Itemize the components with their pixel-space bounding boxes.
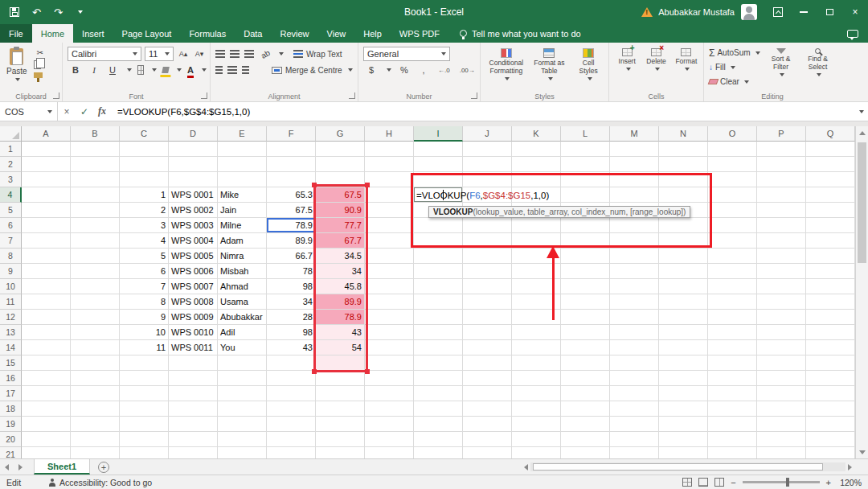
cell-L2[interactable] [561, 157, 610, 172]
cell-M11[interactable] [610, 294, 659, 310]
underline-dropdown-arrow[interactable] [127, 68, 132, 72]
cell-Q2[interactable] [806, 157, 855, 172]
cell-C14[interactable]: 11 [120, 340, 169, 355]
cell-M20[interactable] [610, 432, 659, 447]
format-cells-button[interactable]: Format [673, 46, 700, 90]
cell-M15[interactable] [610, 355, 659, 371]
cell-Q15[interactable] [806, 355, 855, 371]
page-layout-view-button[interactable] [698, 478, 708, 487]
cell-E13[interactable]: Adil [218, 325, 267, 340]
cell-L19[interactable] [561, 417, 610, 432]
cell-O2[interactable] [708, 157, 757, 172]
col-header-D[interactable]: D [169, 126, 218, 142]
col-header-F[interactable]: F [267, 126, 316, 142]
cell-J21[interactable] [463, 447, 512, 458]
cell-C19[interactable] [120, 417, 169, 432]
cell-J12[interactable] [463, 310, 512, 325]
cell-D11[interactable]: WPS 0008 [169, 294, 218, 310]
cell-P1[interactable] [757, 142, 806, 157]
align-right-icon[interactable] [242, 66, 249, 68]
zoom-slider-knob[interactable] [786, 478, 789, 487]
cell-L12[interactable] [561, 310, 610, 325]
cell-P21[interactable] [757, 447, 806, 458]
cell-H14[interactable] [365, 340, 414, 355]
borders-dropdown-arrow[interactable] [152, 68, 157, 72]
cell-B20[interactable] [71, 432, 120, 447]
cell-L18[interactable] [561, 401, 610, 417]
cell-B7[interactable] [71, 233, 120, 249]
cell-I18[interactable] [414, 401, 463, 417]
cell-B18[interactable] [71, 401, 120, 417]
cell-F7[interactable]: 89.9 [267, 233, 316, 249]
enter-button[interactable]: ✓ [76, 106, 93, 117]
cell-D7[interactable]: WPS 0004 [169, 233, 218, 249]
underline-button[interactable]: U [106, 63, 119, 77]
merge-centre-button[interactable]: Merge & Centre [272, 66, 353, 75]
cell-H20[interactable] [365, 432, 414, 447]
cell-G20[interactable] [316, 432, 365, 447]
cell-H10[interactable] [365, 279, 414, 294]
cell-P19[interactable] [757, 417, 806, 432]
cell-B11[interactable] [71, 294, 120, 310]
cell-M8[interactable] [610, 249, 659, 264]
sheet-nav-right[interactable] [14, 464, 27, 471]
cell-P16[interactable] [757, 371, 806, 386]
cell-G16[interactable] [316, 371, 365, 386]
cell-P8[interactable] [757, 249, 806, 264]
cell-A19[interactable] [22, 417, 71, 432]
cell-B8[interactable] [71, 249, 120, 264]
copy-button[interactable] [34, 60, 41, 69]
cell-P2[interactable] [757, 157, 806, 172]
cell-D2[interactable] [169, 157, 218, 172]
cell-H21[interactable] [365, 447, 414, 458]
col-header-C[interactable]: C [120, 126, 169, 142]
cell-P20[interactable] [757, 432, 806, 447]
cell-M17[interactable] [610, 386, 659, 401]
cell-I11[interactable] [414, 294, 463, 310]
ribbon-display-options-icon[interactable] [773, 7, 783, 17]
cell-D13[interactable]: WPS 0010 [169, 325, 218, 340]
cell-K21[interactable] [512, 447, 561, 458]
cell-P14[interactable] [757, 340, 806, 355]
cell-F20[interactable] [267, 432, 316, 447]
cell-E11[interactable]: Usama [218, 294, 267, 310]
cell-C12[interactable]: 9 [120, 310, 169, 325]
cell-H5[interactable] [365, 203, 414, 218]
format-painter-button[interactable] [34, 72, 43, 78]
cell-A4[interactable] [22, 187, 71, 203]
cell-O20[interactable] [708, 432, 757, 447]
cell-P11[interactable] [757, 294, 806, 310]
cell-J16[interactable] [463, 371, 512, 386]
cell-C2[interactable] [120, 157, 169, 172]
cell-C15[interactable] [120, 355, 169, 371]
bold-button[interactable]: B [69, 63, 82, 77]
cell-P10[interactable] [757, 279, 806, 294]
vertical-scroll-thumb[interactable] [858, 142, 866, 263]
cell-M19[interactable] [610, 417, 659, 432]
cell-O4[interactable] [708, 187, 757, 203]
cancel-button[interactable]: × [58, 106, 76, 117]
cell-M13[interactable] [610, 325, 659, 340]
font-dialog-launcher[interactable] [201, 92, 207, 99]
horizontal-scroll-thumb[interactable] [533, 463, 823, 471]
cell-J18[interactable] [463, 401, 512, 417]
cell-K15[interactable] [512, 355, 561, 371]
redo-icon[interactable]: ↷ [54, 6, 63, 18]
new-sheet-button[interactable]: + [98, 462, 109, 473]
cell-N12[interactable] [659, 310, 708, 325]
cell-E19[interactable] [218, 417, 267, 432]
grow-font-button[interactable]: A▴ [177, 47, 190, 61]
cell-I13[interactable] [414, 325, 463, 340]
cell-A18[interactable] [22, 401, 71, 417]
cell-Q3[interactable] [806, 172, 855, 187]
tab-insert[interactable]: Insert [73, 24, 113, 43]
cell-K14[interactable] [512, 340, 561, 355]
cell-H13[interactable] [365, 325, 414, 340]
col-header-N[interactable]: N [659, 126, 708, 142]
cell-J17[interactable] [463, 386, 512, 401]
normal-view-button[interactable] [682, 478, 692, 487]
sort-filter-button[interactable]: Sort & Filter [765, 46, 797, 90]
cell-C17[interactable] [120, 386, 169, 401]
cell-B9[interactable] [71, 264, 120, 279]
scroll-up-arrow[interactable] [856, 126, 868, 139]
